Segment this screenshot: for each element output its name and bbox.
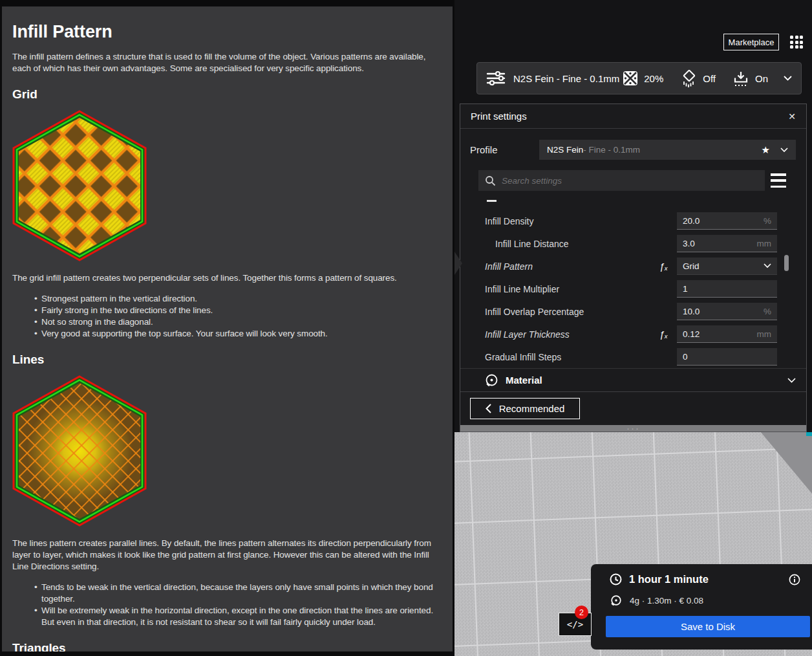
setting-row: Infill Overlap Percentage10.0% [460, 300, 806, 323]
input-unit: % [764, 216, 771, 226]
clock-icon [610, 573, 622, 585]
search-placeholder: Search settings [502, 176, 562, 186]
settings-guide-window: Infill Pattern The infill pattern define… [0, 0, 454, 656]
guide-title: Infill Pattern [12, 22, 441, 42]
scrolled-category-fragment [487, 200, 497, 202]
code-icon: </> [567, 619, 583, 629]
section-heading-grid: Grid [12, 87, 441, 102]
input-value: 0.12 [683, 329, 700, 339]
setup-expand-chevron-icon[interactable] [784, 76, 792, 81]
fx-icon: ƒₓ [659, 329, 668, 340]
print-settings-header: Print settings ✕ [460, 104, 806, 129]
profile-suffix: - Fine - 0.1mm [583, 145, 640, 155]
info-icon[interactable] [789, 574, 800, 585]
profile-name: N2S Fein [547, 145, 583, 155]
setting-input[interactable]: 3.0mm [677, 235, 777, 252]
print-settings-title: Print settings [471, 111, 788, 122]
save-to-disk-button[interactable]: Save to Disk [606, 616, 810, 637]
output-action-panel: 1 hour 1 minute 4g · 1.30m · € 0.08 Save… [591, 564, 812, 650]
bullet-item: Will be extremely weak in the horizontal… [34, 605, 441, 628]
setting-label: Infill Line Multiplier [485, 284, 677, 294]
close-icon[interactable]: ✕ [788, 111, 796, 122]
application-switcher-icon[interactable] [790, 36, 803, 49]
profile-label: Profile [470, 144, 539, 155]
profile-dropdown[interactable]: N2S Fein - Fine - 0.1mm ★ [539, 140, 796, 160]
dropdown-value: Grid [683, 261, 700, 271]
setting-row: Infill Density20.0% [460, 210, 806, 232]
input-unit: mm [757, 239, 772, 248]
print-time-estimate: 1 hour 1 minute [629, 573, 789, 585]
category-label: Material [506, 375, 787, 386]
setting-label: Infill Pattern [485, 261, 659, 272]
bullet-item: Not so strong in the diagonal. [34, 316, 441, 328]
setting-dropdown[interactable]: Grid [677, 257, 777, 275]
lines-infill-illustration [12, 375, 147, 527]
support-icon [680, 70, 697, 87]
guide-intro: The infill pattern defines a structure t… [12, 51, 441, 74]
bullet-item: Very good at supporting the top surface.… [34, 328, 441, 340]
input-value: 20.0 [683, 216, 700, 226]
settings-scrollbar[interactable] [784, 255, 789, 271]
settings-list: Infill Density20.0%Infill Line Distance3… [460, 210, 806, 368]
bullet-item: Strongest pattern in the vertical direct… [34, 293, 441, 305]
setting-label: Infill Layer Thickness [485, 329, 659, 340]
input-value: 1 [683, 284, 688, 294]
input-value: 10.0 [683, 307, 700, 316]
material-spool-icon [485, 373, 498, 387]
drag-dots-icon: ··· [626, 426, 640, 430]
setting-input[interactable]: 0 [677, 348, 777, 366]
settings-menu-icon[interactable] [771, 173, 786, 188]
print-settings-panel: Print settings ✕ Profile N2S Fein - Fine… [460, 104, 807, 432]
grid-bullet-list: Strongest pattern in the vertical direct… [12, 293, 441, 340]
setting-label: Infill Density [485, 216, 677, 226]
adhesion-state: On [755, 73, 768, 84]
chevron-down-icon [764, 263, 771, 268]
notification-badge: 2 [575, 606, 588, 619]
search-icon [485, 175, 496, 186]
section-description-lines: The lines pattern creates parallel lines… [12, 538, 441, 573]
setting-input[interactable]: 20.0% [677, 212, 777, 230]
panel-drag-handle[interactable]: ··· [460, 425, 806, 432]
bullet-item: Fairly strong in the two directions of t… [34, 305, 441, 316]
adhesion-icon [732, 70, 749, 87]
guide-collapse-handle[interactable] [454, 252, 462, 275]
settings-guide-panel: Infill Pattern The infill pattern define… [2, 6, 453, 651]
section-heading-lines: Lines [12, 353, 441, 367]
setting-row: Gradual Infill Steps0 [460, 345, 806, 368]
infill-percent: 20% [644, 73, 663, 84]
cura-application: Marketplace N2S Fein - Fine - 0.1mm [0, 0, 812, 656]
recommended-button[interactable]: Recommended [470, 398, 580, 419]
star-icon[interactable]: ★ [762, 144, 770, 156]
setup-profile-label: N2S Fein - Fine - 0.1mm [513, 73, 619, 84]
chevron-down-icon [780, 148, 788, 153]
input-value: 0 [683, 352, 688, 362]
setting-row: Infill Layer Thicknessƒₓ0.12mm [460, 323, 806, 345]
category-material[interactable]: Material [460, 368, 806, 391]
setting-row: Infill Line Distance3.0mm [460, 232, 806, 255]
input-value: 3.0 [683, 239, 695, 248]
print-setup-toolbar[interactable]: N2S Fein - Fine - 0.1mm 20% Off [476, 62, 802, 94]
material-spool-icon [610, 595, 622, 606]
setting-label: Gradual Infill Steps [485, 352, 677, 362]
chevron-left-icon [486, 404, 491, 413]
setting-label: Infill Overlap Percentage [485, 307, 677, 317]
infill-icon [623, 71, 638, 86]
build-volume-accent [806, 432, 812, 436]
setting-row: Infill Line Multiplier1 [460, 278, 806, 300]
material-cost-estimate: 4g · 1.30m · € 0.08 [630, 596, 703, 606]
input-unit: mm [757, 329, 772, 339]
search-input[interactable]: Search settings [478, 170, 765, 191]
fx-icon: ƒₓ [659, 261, 668, 272]
panel-footer: Recommended [460, 391, 806, 426]
setting-label: Infill Line Distance [485, 239, 677, 249]
support-state: Off [703, 73, 716, 84]
setting-input[interactable]: 10.0% [677, 303, 777, 320]
bullet-item: Tends to be weak in the vertical directi… [34, 582, 441, 605]
grid-infill-illustration [12, 109, 147, 262]
setting-input[interactable]: 1 [677, 280, 777, 298]
section-description-grid: The grid infill pattern creates two perp… [12, 272, 441, 284]
setting-row: Infill PatternƒₓGrid [460, 255, 806, 278]
marketplace-button[interactable]: Marketplace [723, 34, 779, 50]
setting-input[interactable]: 0.12mm [677, 325, 777, 343]
lines-bullet-list: Tends to be weak in the vertical directi… [12, 582, 441, 628]
